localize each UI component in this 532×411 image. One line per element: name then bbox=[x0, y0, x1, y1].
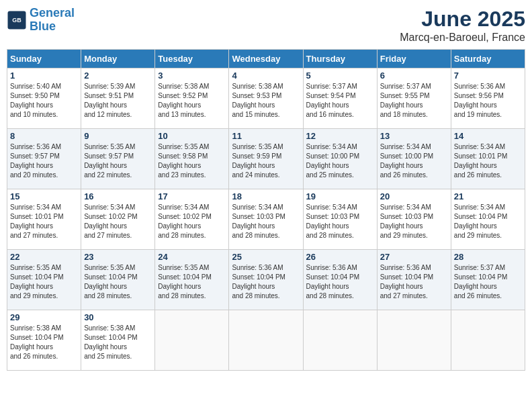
calendar-day-cell: 11 Sunrise: 5:35 AM Sunset: 9:59 PM Dayl… bbox=[229, 129, 303, 189]
calendar-day-cell: 19 Sunrise: 5:34 AM Sunset: 10:03 PM Day… bbox=[303, 189, 377, 250]
day-number: 18 bbox=[232, 191, 300, 201]
day-info: Sunrise: 5:35 AM Sunset: 10:04 PM Daylig… bbox=[10, 263, 78, 301]
day-number: 3 bbox=[158, 71, 226, 81]
day-info: Sunrise: 5:34 AM Sunset: 10:03 PM Daylig… bbox=[380, 203, 448, 240]
calendar-day-cell: 25 Sunrise: 5:36 AM Sunset: 10:04 PM Day… bbox=[229, 250, 303, 310]
calendar-day-cell: 27 Sunrise: 5:36 AM Sunset: 10:04 PM Day… bbox=[377, 250, 451, 310]
day-number: 19 bbox=[306, 191, 374, 201]
day-info: Sunrise: 5:39 AM Sunset: 9:51 PM Dayligh… bbox=[84, 82, 152, 120]
day-info: Sunrise: 5:34 AM Sunset: 10:00 PM Daylig… bbox=[380, 142, 448, 180]
calendar-day-cell bbox=[155, 310, 229, 371]
calendar-day-cell: 2 Sunrise: 5:39 AM Sunset: 9:51 PM Dayli… bbox=[81, 68, 155, 129]
calendar-day-cell: 8 Sunrise: 5:36 AM Sunset: 9:57 PM Dayli… bbox=[7, 129, 81, 189]
day-info: Sunrise: 5:34 AM Sunset: 10:04 PM Daylig… bbox=[454, 203, 522, 240]
day-number: 25 bbox=[232, 252, 300, 262]
day-info: Sunrise: 5:36 AM Sunset: 9:57 PM Dayligh… bbox=[10, 142, 78, 180]
day-number: 24 bbox=[158, 252, 226, 262]
calendar-day-cell: 29 Sunrise: 5:38 AM Sunset: 10:04 PM Day… bbox=[7, 310, 81, 371]
calendar-day-cell: 16 Sunrise: 5:34 AM Sunset: 10:02 PM Day… bbox=[81, 189, 155, 250]
day-number: 2 bbox=[84, 71, 152, 81]
month-title: June 2025 bbox=[400, 7, 525, 32]
calendar-day-cell: 18 Sunrise: 5:34 AM Sunset: 10:03 PM Day… bbox=[229, 189, 303, 250]
day-number: 29 bbox=[10, 312, 78, 322]
calendar-day-cell: 10 Sunrise: 5:35 AM Sunset: 9:58 PM Dayl… bbox=[155, 129, 229, 189]
logo-blue: Blue bbox=[30, 19, 56, 33]
page-header: GB General Blue June 2025 Marcq-en-Baroe… bbox=[7, 7, 525, 44]
calendar-day-cell: 15 Sunrise: 5:34 AM Sunset: 10:01 PM Day… bbox=[7, 189, 81, 250]
day-number: 8 bbox=[10, 131, 78, 141]
svg-text:GB: GB bbox=[12, 17, 21, 24]
day-number: 28 bbox=[454, 252, 522, 262]
day-info: Sunrise: 5:34 AM Sunset: 10:01 PM Daylig… bbox=[454, 142, 522, 180]
day-number: 5 bbox=[306, 71, 374, 81]
logo-general: General bbox=[30, 6, 75, 19]
logo-icon: GB bbox=[7, 10, 27, 30]
day-info: Sunrise: 5:38 AM Sunset: 9:53 PM Dayligh… bbox=[232, 82, 300, 120]
day-info: Sunrise: 5:37 AM Sunset: 10:04 PM Daylig… bbox=[454, 263, 522, 301]
day-info: Sunrise: 5:34 AM Sunset: 10:01 PM Daylig… bbox=[10, 203, 78, 240]
day-number: 1 bbox=[10, 71, 78, 81]
day-info: Sunrise: 5:35 AM Sunset: 9:58 PM Dayligh… bbox=[158, 142, 226, 180]
logo: GB General Blue bbox=[7, 7, 75, 34]
day-number: 27 bbox=[380, 252, 448, 262]
day-info: Sunrise: 5:34 AM Sunset: 10:02 PM Daylig… bbox=[84, 203, 152, 240]
calendar-day-cell: 22 Sunrise: 5:35 AM Sunset: 10:04 PM Day… bbox=[7, 250, 81, 310]
calendar-day-cell: 5 Sunrise: 5:37 AM Sunset: 9:54 PM Dayli… bbox=[303, 68, 377, 129]
day-number: 23 bbox=[84, 252, 152, 262]
day-number: 14 bbox=[454, 131, 522, 141]
weekday-header: Friday bbox=[377, 50, 451, 68]
calendar-day-cell bbox=[451, 310, 525, 371]
day-info: Sunrise: 5:35 AM Sunset: 9:57 PM Dayligh… bbox=[84, 142, 152, 180]
day-number: 4 bbox=[232, 71, 300, 81]
day-number: 20 bbox=[380, 191, 448, 201]
day-info: Sunrise: 5:36 AM Sunset: 10:04 PM Daylig… bbox=[232, 263, 300, 301]
day-info: Sunrise: 5:34 AM Sunset: 10:00 PM Daylig… bbox=[306, 142, 374, 180]
calendar-day-cell: 21 Sunrise: 5:34 AM Sunset: 10:04 PM Day… bbox=[451, 189, 525, 250]
day-number: 13 bbox=[380, 131, 448, 141]
calendar-day-cell: 30 Sunrise: 5:38 AM Sunset: 10:04 PM Day… bbox=[81, 310, 155, 371]
calendar-week-row: 8 Sunrise: 5:36 AM Sunset: 9:57 PM Dayli… bbox=[7, 129, 525, 189]
calendar-day-cell: 17 Sunrise: 5:34 AM Sunset: 10:02 PM Day… bbox=[155, 189, 229, 250]
calendar-day-cell: 6 Sunrise: 5:37 AM Sunset: 9:55 PM Dayli… bbox=[377, 68, 451, 129]
weekday-header: Monday bbox=[81, 50, 155, 68]
day-info: Sunrise: 5:38 AM Sunset: 10:04 PM Daylig… bbox=[10, 324, 78, 361]
day-info: Sunrise: 5:38 AM Sunset: 9:52 PM Dayligh… bbox=[158, 82, 226, 120]
calendar-day-cell bbox=[303, 310, 377, 371]
day-number: 6 bbox=[380, 71, 448, 81]
day-info: Sunrise: 5:35 AM Sunset: 9:59 PM Dayligh… bbox=[232, 142, 300, 180]
title-area: June 2025 Marcq-en-Baroeul, France bbox=[400, 7, 525, 44]
location-title: Marcq-en-Baroeul, France bbox=[400, 32, 525, 44]
calendar-day-cell: 26 Sunrise: 5:36 AM Sunset: 10:04 PM Day… bbox=[303, 250, 377, 310]
day-info: Sunrise: 5:35 AM Sunset: 10:04 PM Daylig… bbox=[84, 263, 152, 301]
calendar-day-cell bbox=[229, 310, 303, 371]
day-info: Sunrise: 5:36 AM Sunset: 9:56 PM Dayligh… bbox=[454, 82, 522, 120]
calendar-day-cell: 4 Sunrise: 5:38 AM Sunset: 9:53 PM Dayli… bbox=[229, 68, 303, 129]
weekday-header: Tuesday bbox=[155, 50, 229, 68]
day-info: Sunrise: 5:36 AM Sunset: 10:04 PM Daylig… bbox=[306, 263, 374, 301]
day-info: Sunrise: 5:40 AM Sunset: 9:50 PM Dayligh… bbox=[10, 82, 78, 120]
day-info: Sunrise: 5:38 AM Sunset: 10:04 PM Daylig… bbox=[84, 324, 152, 361]
calendar-day-cell: 24 Sunrise: 5:35 AM Sunset: 10:04 PM Day… bbox=[155, 250, 229, 310]
day-number: 12 bbox=[306, 131, 374, 141]
calendar-week-row: 22 Sunrise: 5:35 AM Sunset: 10:04 PM Day… bbox=[7, 250, 525, 310]
calendar-table: SundayMondayTuesdayWednesdayThursdayFrid… bbox=[7, 49, 525, 371]
calendar-day-cell: 13 Sunrise: 5:34 AM Sunset: 10:00 PM Day… bbox=[377, 129, 451, 189]
day-number: 22 bbox=[10, 252, 78, 262]
calendar-day-cell: 23 Sunrise: 5:35 AM Sunset: 10:04 PM Day… bbox=[81, 250, 155, 310]
weekday-header: Saturday bbox=[451, 50, 525, 68]
day-info: Sunrise: 5:34 AM Sunset: 10:02 PM Daylig… bbox=[158, 203, 226, 240]
calendar-week-row: 29 Sunrise: 5:38 AM Sunset: 10:04 PM Day… bbox=[7, 310, 525, 371]
logo-text: General Blue bbox=[30, 7, 75, 34]
day-number: 16 bbox=[84, 191, 152, 201]
weekday-header-row: SundayMondayTuesdayWednesdayThursdayFrid… bbox=[7, 50, 525, 68]
calendar-day-cell: 20 Sunrise: 5:34 AM Sunset: 10:03 PM Day… bbox=[377, 189, 451, 250]
calendar-day-cell: 12 Sunrise: 5:34 AM Sunset: 10:00 PM Day… bbox=[303, 129, 377, 189]
calendar-week-row: 1 Sunrise: 5:40 AM Sunset: 9:50 PM Dayli… bbox=[7, 68, 525, 129]
calendar-day-cell bbox=[377, 310, 451, 371]
calendar-day-cell: 14 Sunrise: 5:34 AM Sunset: 10:01 PM Day… bbox=[451, 129, 525, 189]
weekday-header: Wednesday bbox=[229, 50, 303, 68]
calendar-week-row: 15 Sunrise: 5:34 AM Sunset: 10:01 PM Day… bbox=[7, 189, 525, 250]
day-number: 11 bbox=[232, 131, 300, 141]
calendar-day-cell: 1 Sunrise: 5:40 AM Sunset: 9:50 PM Dayli… bbox=[7, 68, 81, 129]
day-info: Sunrise: 5:37 AM Sunset: 9:55 PM Dayligh… bbox=[380, 82, 448, 120]
